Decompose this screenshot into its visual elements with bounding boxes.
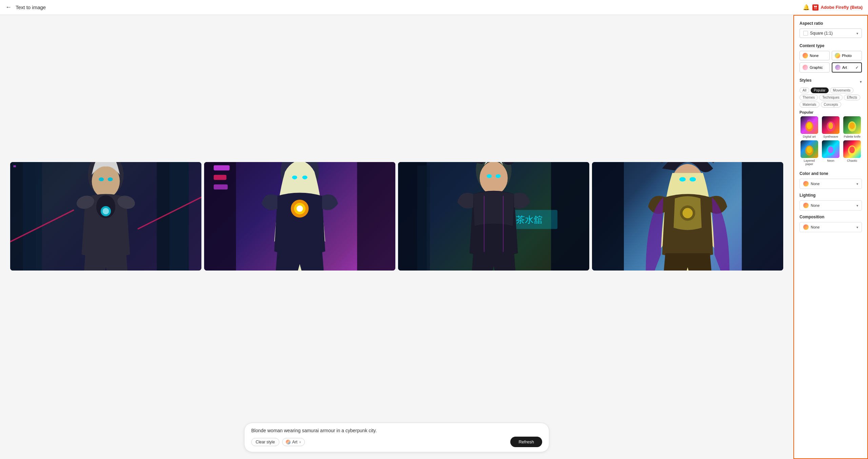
svg-rect-26 (214, 175, 226, 180)
lighting-label: Lighting (800, 193, 862, 198)
style-synthwave-name: Synthwave (823, 135, 838, 138)
style-synthwave[interactable]: Synthwave (821, 116, 840, 138)
styles-collapse[interactable]: ▾ (860, 80, 862, 84)
right-panel: Aspect ratio Square (1:1) ▾ Content type… (793, 15, 868, 459)
svg-rect-25 (214, 165, 230, 170)
content-graphic-label: Graphic (810, 65, 823, 69)
color-tone-value: None (811, 182, 820, 186)
content-art-label: Art (842, 65, 847, 69)
aspect-ratio-section: Aspect ratio Square (1:1) ▾ (800, 21, 862, 38)
styles-section: Styles ▾ All Popular Movements Themes Te… (800, 78, 862, 166)
svg-point-48 (496, 174, 501, 178)
svg-rect-8 (13, 165, 16, 167)
content-btn-art[interactable]: Art ✓ (832, 62, 862, 73)
style-palette-thumb (843, 116, 861, 134)
style-chaotic[interactable]: Chaotic (843, 140, 862, 166)
content-btn-graphic[interactable]: Graphic (800, 62, 830, 73)
filter-all[interactable]: All (800, 87, 809, 93)
art-checkmark: ✓ (855, 65, 859, 70)
svg-point-35 (292, 175, 297, 179)
svg-point-65 (683, 208, 693, 218)
main-layout: 茶水舘 (0, 15, 868, 459)
color-tone-section: Color and tone None ▾ (800, 171, 862, 189)
aspect-ratio-icon (803, 31, 808, 36)
filter-themes[interactable]: Themes (800, 95, 818, 100)
composition-value: None (811, 225, 820, 229)
adobe-icon (812, 4, 818, 11)
svg-rect-4 (170, 162, 189, 271)
filter-tags: All Popular Movements Themes Techniques … (800, 87, 862, 107)
composition-icon (803, 224, 809, 230)
content-type-section: Content type None Photo Graphic Art (800, 43, 862, 73)
canvas-area: 茶水舘 (0, 15, 793, 459)
color-tone-label: Color and tone (800, 171, 862, 176)
svg-point-79 (807, 146, 812, 153)
color-tone-select[interactable]: None ▾ (800, 179, 862, 189)
filter-movements[interactable]: Movements (830, 87, 854, 93)
aspect-ratio-select[interactable]: Square (1:1) ▾ (800, 28, 862, 38)
prompt-text: Blonde woman wearing samurai armour in a… (251, 428, 542, 433)
prompt-tags: Clear style Art × Refresh (251, 437, 542, 447)
svg-point-85 (849, 146, 855, 153)
aspect-ratio-chevron: ▾ (856, 32, 858, 35)
clear-style-button[interactable]: Clear style (251, 438, 279, 446)
svg-point-45 (480, 162, 508, 195)
svg-point-47 (487, 174, 492, 178)
adobe-label: Adobe Firefly (Beta) (821, 5, 863, 10)
topbar-right: 🔔 Adobe Firefly (Beta) (803, 4, 863, 11)
image-card-3[interactable]: 茶水舘 (398, 162, 589, 271)
refresh-button[interactable]: Refresh (510, 437, 542, 447)
art-tag-remove[interactable]: × (299, 440, 301, 444)
art-tag-label: Art (292, 440, 297, 444)
style-grid: Digital art Synthwave Palette knife (800, 116, 862, 166)
lighting-section: Lighting None ▾ (800, 193, 862, 211)
popular-label: Popular (800, 110, 862, 114)
svg-point-21 (108, 177, 113, 181)
svg-point-17 (103, 208, 109, 214)
style-palette-knife[interactable]: Palette knife (843, 116, 862, 138)
svg-text:茶水舘: 茶水舘 (516, 214, 542, 224)
filter-techniques[interactable]: Techniques (819, 95, 843, 100)
content-none-icon (803, 53, 808, 58)
content-photo-label: Photo (842, 54, 852, 58)
topbar: ← Text to image 🔔 Adobe Firefly (Beta) (0, 0, 868, 15)
back-icon: ← (5, 4, 12, 11)
content-art-icon (835, 65, 841, 70)
image-card-1[interactable] (10, 162, 201, 271)
bell-icon[interactable]: 🔔 (803, 4, 810, 11)
art-tag[interactable]: Art × (282, 438, 305, 446)
content-photo-icon (835, 53, 840, 58)
svg-point-76 (849, 122, 855, 129)
filter-materials[interactable]: Materials (800, 102, 820, 107)
composition-label: Composition (800, 215, 862, 219)
lighting-left: None (803, 203, 820, 208)
content-btn-photo[interactable]: Photo (832, 51, 862, 60)
filter-concepts[interactable]: Concepts (821, 102, 841, 107)
style-layered-paper[interactable]: Layered paper (800, 140, 819, 166)
style-neon[interactable]: Neon (821, 140, 840, 166)
svg-point-82 (828, 146, 833, 153)
images-container: 茶水舘 (0, 15, 793, 417)
lighting-select[interactable]: None ▾ (800, 200, 862, 211)
content-type-grid: None Photo Graphic Art ✓ (800, 51, 862, 73)
composition-select[interactable]: None ▾ (800, 222, 862, 232)
image-card-2[interactable] (204, 162, 395, 271)
svg-rect-24 (357, 162, 395, 271)
composition-section: Composition None ▾ (800, 215, 862, 232)
svg-point-67 (690, 177, 696, 181)
lighting-chevron: ▾ (856, 204, 858, 207)
image-card-4[interactable] (592, 162, 783, 271)
styles-label: Styles (800, 78, 811, 83)
back-button[interactable]: ← (5, 4, 12, 11)
style-layered-thumb (801, 140, 818, 158)
art-tag-icon (286, 440, 291, 444)
topbar-left: ← Text to image (5, 4, 46, 11)
prompt-box: Blonde woman wearing samurai armour in a… (244, 423, 549, 452)
svg-point-73 (828, 122, 833, 129)
style-digital-art[interactable]: Digital art (800, 116, 819, 138)
lighting-icon (803, 203, 809, 208)
content-btn-none[interactable]: None (800, 51, 830, 60)
filter-effects[interactable]: Effects (844, 95, 860, 100)
filter-popular[interactable]: Popular (811, 87, 828, 93)
svg-point-36 (302, 175, 308, 179)
